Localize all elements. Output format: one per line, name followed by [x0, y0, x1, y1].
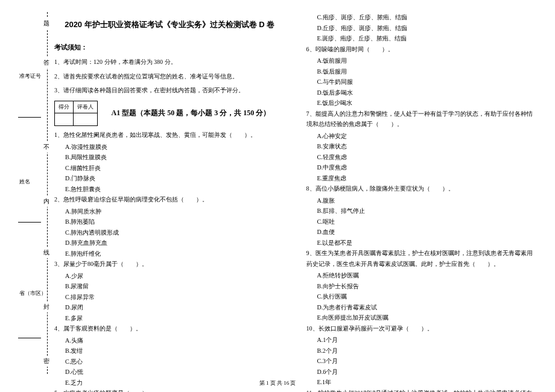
option: D.门静脉炎 [54, 173, 285, 184]
instruction-item: 2、请首先按要求在试卷的指定位置填写您的姓名、准考证号等信息。 [54, 71, 285, 82]
question-stem: 5、水痘患者出疹的顺序是（ ）。 [54, 388, 285, 392]
seal-char: 线 [43, 247, 49, 258]
option: B.局限性腹膜炎 [54, 152, 285, 163]
option: A.肺间质水肿 [54, 206, 285, 217]
page-footer: 第 1 页 共 16 页 [0, 379, 555, 387]
field-label: 姓名 [19, 178, 30, 186]
score-header: 得分 [55, 101, 74, 113]
question-stem: 1、急性化脓性阑尾炎患者，如出现寒战、发热、黄疸，可能并发（ ）。 [54, 130, 285, 141]
option: C.疱疹、斑疹、丘疹、脓疱、结痂 [306, 12, 538, 23]
question-stem: 8、高位小肠梗阻病人，除腹痛外主要症状为（ ）。 [306, 183, 538, 194]
column-right: C.疱疹、斑疹、丘疹、脓疱、结痂 D.丘疹、疱疹、斑疹、脓疱、结痂 E.斑疹、疱… [306, 12, 538, 374]
option: B.2个月 [306, 346, 538, 356]
option: E.重度焦虑 [306, 173, 538, 184]
option: E.多尿 [54, 313, 285, 324]
option: A.弥漫性腹膜炎 [54, 142, 285, 153]
binding-margin: 题 答 不 内 线 封 密 准考证号 姓名 省（市区） [18, 12, 54, 374]
option: C.轻度焦虑 [306, 152, 538, 163]
option: C.恶心 [54, 356, 285, 367]
field-label: 省（市区） [19, 289, 46, 297]
seal-char: 密 [43, 356, 49, 367]
option: C.与牛奶同服 [306, 77, 538, 87]
question-stem: 10、长效口服避孕药服药一次可避孕（ ）。 [306, 323, 538, 334]
option: B.安康状态 [306, 141, 538, 152]
option: C.执行医嘱 [306, 291, 538, 302]
option: A.饭前服用 [306, 55, 538, 66]
option: C.3个月 [306, 356, 538, 367]
question-stem: 3、尿量少于80毫升属于（ ）。 [54, 259, 285, 270]
option: D.尿闭 [54, 302, 285, 313]
option: E.以是都不是 [306, 238, 538, 248]
seal-char: 题 [43, 18, 49, 29]
option: A.头痛 [54, 335, 285, 346]
option: B.发绀 [54, 346, 285, 356]
option: D.肺充血肺充血 [54, 238, 285, 248]
option: C.细菌性肝炎 [54, 163, 285, 174]
instruction-item: 1、考试时间：120 分钟，本卷满分为 380 分。 [54, 57, 285, 68]
option: B.尿潴留 [54, 281, 285, 292]
question-stem: 11、护校学生小何2017年7月通过了护士注册资格考试，她的护士执业注册申请必须… [306, 388, 538, 393]
option: D.心慌 [54, 367, 285, 378]
option: A.少尿 [54, 271, 285, 282]
option: A.腹胀 [306, 195, 538, 206]
option: D.6个月 [306, 367, 538, 378]
seal-char: 答 [43, 57, 49, 68]
question-stem: 4、属于客观资料的是（ ）。 [54, 323, 285, 334]
option: E.饭后少喝水 [306, 98, 538, 109]
field-name: 姓名 [19, 178, 30, 186]
option: A.拒绝转抄医嘱 [306, 270, 538, 281]
option: D.丘疹、疱疹、斑疹、脓疱、结痂 [306, 23, 538, 34]
option: B.向护士长报告 [306, 281, 538, 292]
field-underline [18, 117, 41, 118]
option: B.肛排、排气停止 [306, 206, 538, 217]
column-left: 2020 年护士职业资格证考试《专业实务》过关检测试卷 D 卷 考试须知： 1、… [54, 12, 285, 374]
field-exam-id: 准考证号 [19, 72, 41, 80]
option: D.为患者行青霉素皮试 [306, 302, 538, 313]
exam-page: 题 答 不 内 线 封 密 准考证号 姓名 省（市区） 2020 年护士职业资格… [0, 0, 555, 392]
option: E.向医师提出加开皮试医嘱 [306, 312, 538, 323]
option: A.心神安定 [306, 131, 538, 142]
option: D.饭后多喝水 [306, 87, 538, 98]
exam-title: 2020 年护士职业资格证考试《专业实务》过关检测试卷 D 卷 [54, 18, 285, 32]
score-table: 得分 评卷人 [54, 101, 98, 127]
option: D.血便 [306, 227, 538, 238]
question-stem: 2、急性呼吸窘迫综合征早期的病理变化不包括（ ）。 [54, 194, 285, 205]
option: C.呕吐 [306, 217, 538, 227]
seal-char: 不 [43, 142, 49, 153]
question-stem: 9、医生为某患者开具医嘱青霉素肌注，护士在核对医嘱时，注意到该患者无青霉素用药史… [306, 248, 538, 269]
score-section-row: 得分 评卷人 A1 型题（本题共 50 题，每小题 3 分，共 150 分） [54, 101, 285, 127]
content-columns: 2020 年护士职业资格证考试《专业实务》过关检测试卷 D 卷 考试须知： 1、… [54, 12, 537, 374]
field-underline [18, 222, 41, 223]
option: E.急性胆囊炎 [54, 184, 285, 195]
option: C.肺泡内透明膜形成 [54, 227, 285, 238]
instructions-heading: 考试须知： [54, 42, 285, 53]
grader-cell [74, 113, 98, 126]
grader-header: 评卷人 [74, 101, 98, 113]
option: E.肺泡纤维化 [54, 248, 285, 259]
option: B.饭后服用 [306, 66, 538, 77]
question-stem: 7、能提高人的注意力和警惕性，使人处于一种有益于学习的状态，有助于应付各种情境和… [306, 109, 538, 130]
seal-char: 内 [43, 196, 49, 207]
option: A.1个月 [306, 335, 538, 346]
score-cell [55, 113, 74, 126]
field-region: 省（市区） [19, 289, 46, 297]
seal-char: 封 [43, 302, 49, 312]
option: E.斑疹、疱疹、丘疹、脓疱、结痂 [306, 33, 538, 44]
instruction-item: 3、请仔细阅读各种题目的回答要求，在密封线内答题，否则不予评分。 [54, 85, 285, 96]
question-stem: 6、吲哚嗪的服用时间（ ）。 [306, 44, 538, 55]
field-label: 准考证号 [19, 72, 41, 80]
section-a1-title: A1 型题（本题共 50 题，每小题 3 分，共 150 分） [112, 107, 271, 119]
option: D.中度焦虑 [306, 162, 538, 173]
option: B.肺泡萎陷 [54, 217, 285, 227]
option: C.排尿异常 [54, 292, 285, 303]
field-underline [18, 338, 41, 338]
